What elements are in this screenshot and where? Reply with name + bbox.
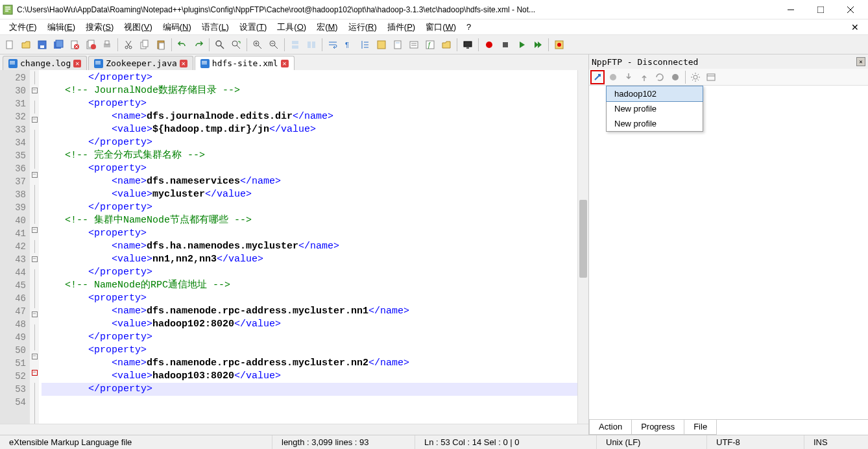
svg-point-44	[610, 74, 616, 80]
fold-toggle[interactable]	[32, 370, 38, 376]
vertical-scrollbar[interactable]	[577, 70, 588, 424]
close-all-icon[interactable]	[84, 38, 98, 52]
sync-h-icon[interactable]	[304, 38, 319, 52]
folder-icon[interactable]	[439, 38, 453, 52]
fold-toggle[interactable]	[32, 256, 38, 262]
svg-rect-47	[707, 74, 715, 80]
menu-p[interactable]: 插件(P)	[382, 19, 420, 35]
copy-icon[interactable]	[138, 38, 152, 52]
svg-text:ƒ: ƒ	[428, 42, 431, 49]
replace-icon[interactable]	[229, 38, 243, 52]
status-position: Ln : 53 Col : 14 Sel : 0 | 0	[415, 435, 597, 449]
panel-close-icon[interactable]: ✕	[856, 57, 865, 66]
save-all-icon[interactable]	[51, 38, 66, 52]
menu-r[interactable]: 运行(R)	[343, 19, 382, 35]
menu-f[interactable]: 文件(F)	[4, 19, 42, 35]
fold-toggle[interactable]	[32, 172, 38, 178]
zoom-out-icon[interactable]	[267, 38, 281, 52]
code-text-area[interactable]: </property> <!-- JournalNode数据存储目录 --> <…	[39, 70, 588, 424]
minimize-button[interactable]	[776, 0, 806, 19]
panel-tree-area[interactable]: hadoop102New profileNew profile	[589, 86, 868, 419]
find-icon[interactable]	[213, 38, 227, 52]
play-multi-icon[interactable]	[531, 38, 545, 52]
file-tab[interactable]: hdfs-site.xml✕	[195, 56, 295, 70]
play-icon[interactable]	[514, 38, 529, 52]
tab-label: hdfs-site.xml	[212, 58, 278, 68]
panel-title-bar[interactable]: NppFTP - Disconnected ✕	[589, 55, 868, 69]
menu-s[interactable]: 搜索(S)	[80, 19, 119, 35]
panel-tab-progress[interactable]: Progress	[631, 420, 684, 435]
svg-rect-39	[466, 47, 469, 49]
panel-bottom-tabs: ActionProgressFile	[589, 419, 868, 435]
tab-close-icon[interactable]: ✕	[180, 60, 187, 67]
menu-t[interactable]: 设置(T)	[234, 19, 272, 35]
fold-toggle[interactable]	[32, 88, 38, 93]
monitor-icon[interactable]	[461, 38, 475, 52]
menu-v[interactable]: 视图(V)	[119, 19, 157, 35]
menu-m[interactable]: 宏(M)	[311, 19, 343, 35]
cut-icon[interactable]	[121, 38, 136, 52]
func-list-icon[interactable]: ƒ	[423, 38, 437, 52]
zoom-in-icon[interactable]	[250, 38, 265, 52]
svg-rect-28	[292, 45, 298, 49]
undo-icon[interactable]	[175, 38, 189, 52]
show-all-icon[interactable]: ¶	[342, 38, 356, 52]
redo-icon[interactable]	[191, 38, 206, 52]
new-icon[interactable]	[3, 38, 17, 52]
tab-close-icon[interactable]: ✕	[281, 60, 289, 67]
status-bar: eXtensible Markup Language file length :…	[0, 435, 868, 449]
menu-e[interactable]: 编辑(E)	[42, 19, 80, 35]
wrap-icon[interactable]	[326, 38, 340, 52]
connect-button[interactable]	[590, 70, 605, 84]
menu-n[interactable]: 编码(N)	[158, 19, 197, 35]
tab-label: Zookeeper.java	[106, 58, 177, 68]
menu-w[interactable]: 窗口(W)	[420, 19, 461, 35]
open-icon[interactable]	[19, 38, 33, 52]
upload-icon[interactable]	[637, 70, 651, 84]
doc-list-icon[interactable]	[407, 38, 421, 52]
fold-toggle[interactable]	[32, 354, 38, 359]
close-icon[interactable]	[67, 38, 82, 52]
horizontal-scrollbar[interactable]	[0, 424, 588, 435]
save-icon[interactable]	[35, 38, 49, 52]
doc-map-icon[interactable]	[391, 38, 405, 52]
svg-rect-16	[105, 41, 109, 44]
panel-tab-file[interactable]: File	[684, 420, 717, 435]
fold-toggle[interactable]	[32, 227, 38, 233]
lang-icon[interactable]	[374, 38, 389, 52]
tab-close-icon[interactable]: ✕	[73, 60, 81, 67]
fold-toggle[interactable]	[32, 311, 38, 317]
paste-icon[interactable]	[154, 38, 168, 52]
svg-rect-32	[378, 41, 385, 49]
menu-[interactable]: ?	[461, 20, 476, 34]
indent-guide-icon[interactable]	[358, 38, 372, 52]
abort-icon[interactable]	[668, 70, 682, 84]
close-document-button[interactable]: ✕	[846, 22, 864, 32]
menu-l[interactable]: 语言(L)	[197, 19, 234, 35]
fold-column[interactable]	[30, 70, 39, 424]
refresh-icon[interactable]	[653, 70, 667, 84]
stop-icon[interactable]	[498, 38, 512, 52]
rec-icon[interactable]	[482, 38, 496, 52]
disconnect-icon[interactable]	[606, 70, 620, 84]
profile-menu-item[interactable]: New profile	[607, 101, 703, 116]
file-tab[interactable]: Zookeeper.java✕	[88, 56, 193, 70]
panel-tab-action[interactable]: Action	[589, 420, 632, 435]
status-insert-mode: INS	[804, 435, 868, 449]
settings-icon[interactable]	[688, 70, 703, 84]
close-window-button[interactable]	[836, 0, 865, 19]
maximize-button[interactable]	[806, 0, 836, 19]
print-icon[interactable]	[100, 38, 114, 52]
download-icon[interactable]	[621, 70, 636, 84]
panel-title-text: NppFTP - Disconnected	[592, 57, 698, 67]
status-length: length : 3,099 lines : 93	[272, 435, 415, 449]
sync-v-icon[interactable]	[288, 38, 302, 52]
editor[interactable]: 29 30 31 32 33 34 35 36 37 38 39 40 41 4…	[0, 70, 588, 424]
menu-o[interactable]: 工具(O)	[272, 19, 311, 35]
macro-icon[interactable]	[552, 38, 566, 52]
messages-icon[interactable]	[704, 70, 718, 84]
profile-menu-item[interactable]: hadoop102	[607, 86, 703, 101]
profile-menu-item[interactable]: New profile	[607, 116, 703, 131]
file-tab[interactable]: change.log✕	[3, 56, 87, 70]
fold-toggle[interactable]	[32, 117, 38, 123]
